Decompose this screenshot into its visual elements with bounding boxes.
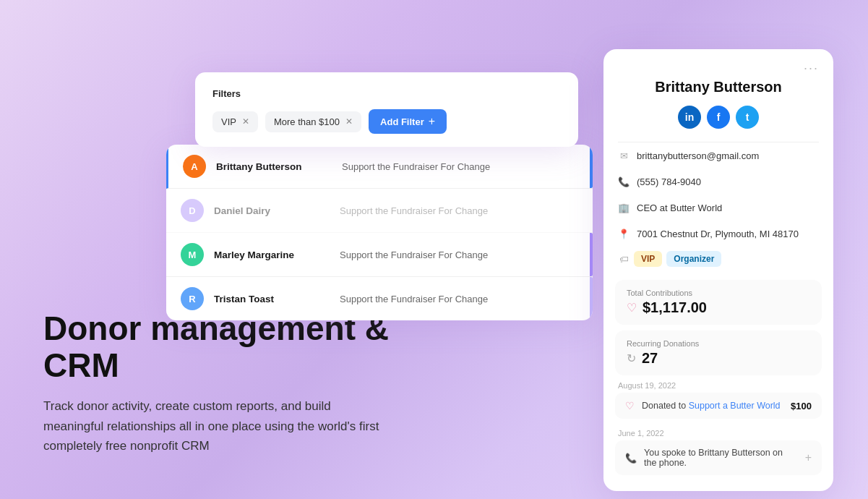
avatar: D (181, 199, 204, 222)
avatar: R (181, 287, 204, 310)
donation-amount: $100 (791, 401, 812, 411)
company-row: 🏢 CEO at Butter World (603, 195, 833, 221)
total-contributions-label: Total Contributions (627, 289, 810, 297)
email-value: brittanybutterson@gmail.com (637, 150, 759, 161)
phone-row: 📞 (555) 784-9040 (603, 169, 833, 195)
donor-list-card: A Brittany Butterson Support the Fundrai… (166, 145, 593, 320)
linkedin-button[interactable]: in (678, 106, 701, 129)
filter-tag-amount-remove[interactable]: ✕ (345, 116, 353, 127)
donation-link[interactable]: Support a Butter World (689, 401, 781, 411)
address-row: 📍 7001 Chestnut Dr, Plymouth, MI 48170 (603, 221, 833, 247)
email-row: ✉ brittanybutterson@gmail.com (603, 142, 833, 169)
donor-name: Tristan Toast (214, 294, 330, 304)
company-value: CEO at Butter World (637, 202, 722, 213)
donor-campaign: Support the Fundraiser For Change (340, 250, 488, 260)
twitter-button[interactable]: t (736, 106, 759, 129)
donor-name: Marley Margarine (214, 250, 330, 260)
hero-subtitle: Track donor activity, create custom repo… (43, 396, 390, 456)
filter-tag-amount[interactable]: More than $100 ✕ (265, 111, 361, 132)
add-filter-plus-icon: + (429, 115, 435, 128)
filter-tag-vip[interactable]: VIP ✕ (212, 111, 258, 132)
recurring-donations-card: Recurring Donations ↻ 27 (615, 330, 822, 375)
donor-campaign: Support the Fundraiser For Change (342, 161, 490, 172)
add-filter-button[interactable]: Add Filter + (369, 109, 447, 134)
recurring-donations-value: 27 (642, 350, 658, 367)
social-row: in f t (618, 106, 819, 129)
profile-card: ··· Brittany Butterson in f t ✉ brittany… (603, 49, 833, 491)
activity-item-call: 📞 You spoke to Brittany Butterson on the… (615, 440, 822, 475)
add-filter-label: Add Filter (380, 116, 424, 127)
facebook-icon: f (717, 111, 721, 123)
phone-activity-icon: 📞 (625, 453, 637, 464)
hero-title: Donor management & CRM (43, 310, 390, 383)
tag-icon: 🏷 (618, 253, 629, 265)
filter-row: VIP ✕ More than $100 ✕ Add Filter + (212, 109, 561, 134)
activity-date-2: June 1, 2022 (615, 423, 822, 440)
table-row[interactable]: R Tristan Toast Support the Fundraiser F… (166, 277, 593, 320)
filter-title: Filters (212, 88, 561, 99)
donor-name: Daniel Dairy (214, 205, 330, 216)
activity-item-donation: ♡ Donated to Support a Butter World $100 (615, 393, 822, 419)
table-row[interactable]: M Marley Margarine Support the Fundraise… (166, 233, 593, 277)
filter-card: Filters VIP ✕ More than $100 ✕ Add Filte… (195, 72, 578, 147)
tag-row: 🏷 VIP Organizer (603, 247, 833, 274)
activity-donation-text: Donated to Support a Butter World (642, 401, 783, 411)
table-row[interactable]: D Daniel Dairy Support the Fundraiser Fo… (166, 189, 593, 233)
filter-tag-vip-label: VIP (221, 116, 236, 127)
phone-icon: 📞 (618, 176, 629, 187)
activity-add-icon[interactable]: + (805, 451, 812, 464)
avatar: A (183, 155, 206, 178)
more-options-icon[interactable]: ··· (618, 61, 819, 76)
total-contributions-value: $1,117.00 (643, 299, 707, 316)
linkedin-icon: in (685, 111, 694, 123)
donor-name: Brittany Butterson (216, 161, 332, 172)
donor-campaign: Support the Fundraiser For Change (340, 205, 488, 216)
profile-card-top: ··· Brittany Butterson in f t (603, 49, 833, 129)
phone-value: (555) 784-9040 (637, 176, 701, 187)
filter-tag-vip-remove[interactable]: ✕ (242, 116, 249, 127)
location-icon: 📍 (618, 228, 629, 239)
profile-name: Brittany Butterson (618, 79, 819, 95)
activity-section: August 19, 2022 ♡ Donated to Support a B… (615, 375, 822, 475)
filter-tag-amount-label: More than $100 (274, 116, 340, 127)
heart-activity-icon: ♡ (625, 400, 635, 411)
organizer-tag: Organizer (666, 251, 721, 267)
recurring-donations-label: Recurring Donations (627, 339, 810, 348)
vip-tag: VIP (634, 251, 662, 267)
hero-section: Donor management & CRM Track donor activ… (43, 310, 390, 456)
donor-campaign: Support the Fundraiser For Change (340, 294, 488, 304)
avatar: M (181, 243, 204, 266)
twitter-icon: t (746, 111, 749, 123)
total-contributions-card: Total Contributions ♡ $1,117.00 (615, 280, 822, 325)
heart-icon: ♡ (627, 301, 637, 315)
activity-date-1: August 19, 2022 (615, 375, 822, 393)
email-icon: ✉ (618, 150, 629, 161)
facebook-button[interactable]: f (707, 106, 730, 129)
address-value: 7001 Chestnut Dr, Plymouth, MI 48170 (637, 229, 799, 239)
table-row[interactable]: A Brittany Butterson Support the Fundrai… (166, 145, 593, 189)
company-icon: 🏢 (618, 202, 629, 213)
recurring-icon: ↻ (627, 351, 636, 365)
activity-call-text: You spoke to Brittany Butterson on the p… (644, 448, 795, 468)
